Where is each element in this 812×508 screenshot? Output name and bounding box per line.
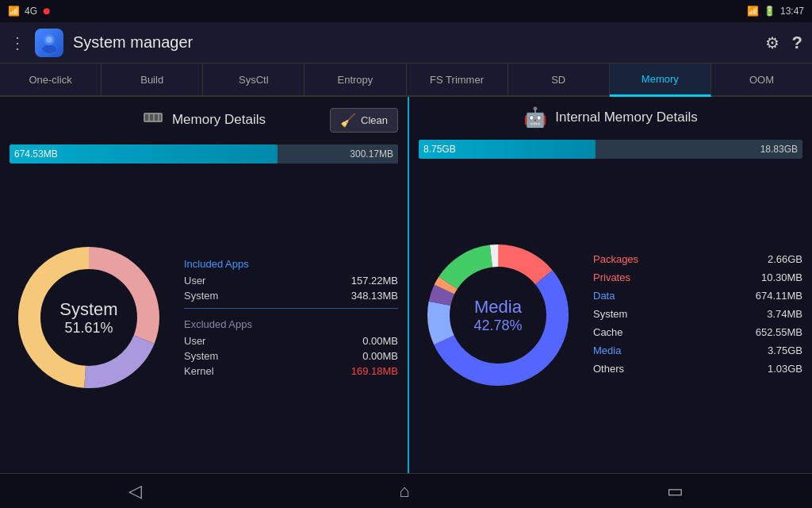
internal-used-label: 8.75GB <box>423 144 456 155</box>
tab-sd[interactable]: SD <box>508 64 610 95</box>
internal-total-label: 18.83GB <box>760 144 798 155</box>
clean-label: Clean <box>361 114 388 126</box>
stat-row: User 157.22MB <box>184 275 398 287</box>
tab-memory[interactable]: Memory <box>610 64 711 97</box>
data-value: 674.11MB <box>756 290 802 302</box>
excluded-user-label: User <box>184 335 205 347</box>
left-center-title: System <box>59 299 117 320</box>
tab-entropy[interactable]: Entropy <box>304 64 406 95</box>
included-apps-title: Included Apps <box>184 258 398 270</box>
privates-label: Privates <box>593 271 630 283</box>
included-system-value: 348.13MB <box>351 290 398 302</box>
right-donut-chart: Media 42.78% <box>419 236 577 394</box>
data-label: Data <box>593 290 615 302</box>
stat-cache: Cache 652.55MB <box>593 326 802 338</box>
left-panel: Memory Details 🧹 Clean 674.53MB 300.17MB <box>0 97 409 473</box>
right-donut-center: Media 42.78% <box>473 297 522 334</box>
title-bar: ⋮ System manager ⚙ ? <box>0 22 812 64</box>
stat-privates: Privates 10.30MB <box>593 271 802 283</box>
battery-icon: 🔋 <box>764 6 776 17</box>
system-label: System <box>593 308 627 320</box>
tab-bar: One-click Build SysCtl Entropy FS Trimme… <box>0 64 812 97</box>
excluded-system-label: System <box>184 350 218 362</box>
others-value: 1.03GB <box>768 363 802 375</box>
android-icon: 🤖 <box>523 106 547 129</box>
stat-media: Media 3.75GB <box>593 344 802 356</box>
stat-data: Data 674.11MB <box>593 290 802 302</box>
excluded-apps-title: Excluded Apps <box>184 318 398 330</box>
stat-others: Others 1.03GB <box>593 363 802 375</box>
recent-apps-button[interactable]: ▭ <box>667 481 684 502</box>
left-panel-title: Memory Details <box>172 112 266 128</box>
packages-label: Packages <box>593 253 638 265</box>
excluded-kernel-value: 169.18MB <box>351 365 398 377</box>
stat-system: System 3.74MB <box>593 308 802 320</box>
left-donut-stats: System 51.61% Included Apps User 157.22M… <box>10 171 398 464</box>
help-icon[interactable]: ? <box>792 33 802 53</box>
app-title: System manager <box>73 33 756 52</box>
tab-one-click[interactable]: One-click <box>0 64 102 95</box>
left-center-pct: 51.61% <box>59 320 117 337</box>
internal-memory-progress-bar: 8.75GB 18.83GB <box>419 140 802 159</box>
status-left-icons: 📶 4G ⏺ <box>8 6 52 17</box>
network-type: 4G <box>25 6 37 17</box>
packages-value: 2.66GB <box>768 253 802 265</box>
tab-oom[interactable]: OOM <box>711 64 812 95</box>
right-stats-table: Packages 2.66GB Privates 10.30MB Data 67… <box>593 253 802 377</box>
home-button[interactable]: ⌂ <box>399 481 409 502</box>
right-panel-header: 🤖 Internal Memory Details <box>419 106 802 129</box>
svg-point-1 <box>42 45 56 53</box>
left-stats-table: Included Apps User 157.22MB System 348.1… <box>184 255 398 380</box>
clean-button[interactable]: 🧹 Clean <box>330 108 398 133</box>
media-value: 3.75GB <box>768 344 802 356</box>
right-panel: 🤖 Internal Memory Details 8.75GB 18.83GB <box>409 97 812 473</box>
excluded-system-value: 0.00MB <box>362 350 398 362</box>
app-icon <box>35 29 63 57</box>
right-panel-title: Internal Memory Details <box>555 110 698 125</box>
stat-row: User 0.00MB <box>184 335 398 347</box>
right-center-title: Media <box>473 297 522 318</box>
ram-icon <box>142 106 164 133</box>
tab-sysctl[interactable]: SysCtl <box>203 64 304 95</box>
memory-total-label: 300.17MB <box>350 148 393 160</box>
tab-build[interactable]: Build <box>102 64 203 95</box>
nav-bar: ◁ ⌂ ▭ <box>0 473 812 508</box>
memory-used-label: 674.53MB <box>14 148 58 160</box>
svg-rect-6 <box>155 114 158 121</box>
left-donut-chart: System 51.61% <box>10 238 168 397</box>
right-center-pct: 42.78% <box>473 318 522 334</box>
clock: 13:47 <box>780 6 804 17</box>
excluded-kernel-label: Kernel <box>184 365 214 377</box>
memory-progress-bar: 674.53MB 300.17MB <box>10 144 398 164</box>
stat-row: System 348.13MB <box>184 290 398 302</box>
status-right-icons: 📶 🔋 13:47 <box>747 6 804 17</box>
stat-packages: Packages 2.66GB <box>593 253 802 265</box>
stat-row: Kernel 169.18MB <box>184 365 398 377</box>
svg-rect-5 <box>150 114 153 121</box>
cache-value: 652.55MB <box>756 326 802 338</box>
svg-rect-7 <box>159 114 161 121</box>
included-system-label: System <box>184 290 218 302</box>
signal-icon: 📶 <box>8 6 20 17</box>
wifi-icon: 📶 <box>747 6 759 17</box>
hamburger-menu[interactable]: ⋮ <box>10 33 25 52</box>
stats-divider <box>184 308 398 309</box>
privates-value: 10.30MB <box>761 271 802 283</box>
media-label: Media <box>593 344 621 356</box>
clean-icon: 🧹 <box>340 113 356 128</box>
left-donut-center: System 51.61% <box>59 299 117 337</box>
included-user-label: User <box>184 275 205 287</box>
main-content: Memory Details 🧹 Clean 674.53MB 300.17MB <box>0 97 812 473</box>
cache-label: Cache <box>593 326 623 338</box>
others-label: Others <box>593 363 624 375</box>
status-bar: 📶 4G ⏺ 📶 🔋 13:47 <box>0 0 812 22</box>
tab-fs-trimmer[interactable]: FS Trimmer <box>407 64 508 95</box>
record-icon: ⏺ <box>42 6 52 17</box>
system-value: 3.74MB <box>767 308 802 320</box>
equalizer-icon[interactable]: ⚙ <box>765 33 779 52</box>
right-donut-stats: Media 42.78% Packages 2.66GB Privates 10… <box>419 167 802 464</box>
stat-row: System 0.00MB <box>184 350 398 362</box>
included-user-value: 157.22MB <box>351 275 398 287</box>
back-button[interactable]: ◁ <box>128 481 142 502</box>
left-panel-header: Memory Details 🧹 Clean <box>10 106 398 133</box>
